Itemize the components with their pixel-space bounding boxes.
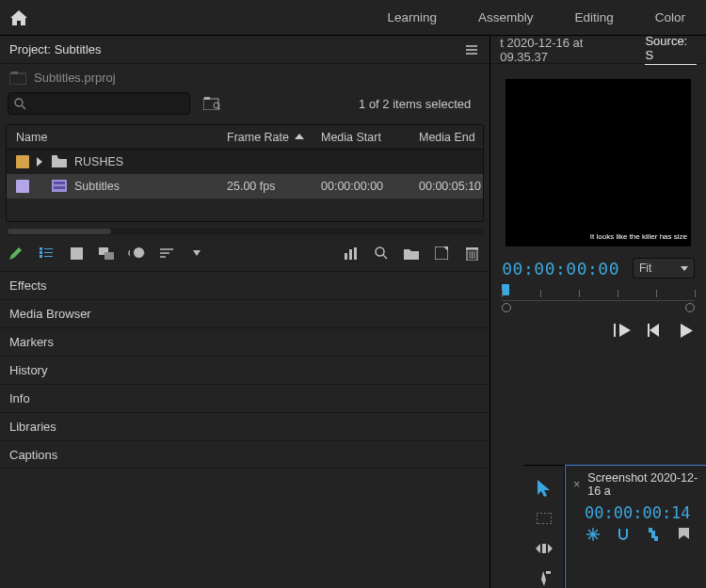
stacked-panels: Effects Media Browser Markers History In… — [0, 271, 489, 469]
workspace-tab-editing[interactable]: Editing — [554, 0, 634, 36]
panel-tab-markers[interactable]: Markers — [0, 327, 489, 356]
project-bin-table: Name Frame Rate Media Start Media End RU… — [6, 124, 484, 222]
panel-tab-libraries[interactable]: Libraries — [0, 412, 489, 440]
selection-count: 1 of 2 items selected — [359, 97, 482, 111]
svg-point-2 — [15, 99, 23, 106]
panel-tab-info[interactable]: Info — [0, 384, 489, 412]
new-bin-search-button[interactable] — [203, 95, 220, 112]
panel-tab-effects[interactable]: Effects — [0, 271, 489, 299]
col-media-end[interactable]: Media End — [409, 131, 483, 144]
ripple-edit-tool[interactable] — [534, 539, 554, 558]
play-icon — [681, 324, 693, 338]
table-row[interactable]: RUSHES — [7, 150, 483, 174]
svg-rect-9 — [52, 180, 67, 192]
new-item-button[interactable] — [433, 245, 450, 262]
list-icon — [40, 247, 53, 259]
home-icon — [10, 10, 27, 25]
label-chip — [16, 180, 29, 193]
new-bin-button[interactable] — [403, 245, 420, 262]
source-range-bar[interactable] — [502, 303, 695, 314]
trash-icon — [466, 246, 478, 261]
sort-button[interactable] — [158, 245, 175, 262]
source-clip-tab[interactable]: t 2020-12-16 at 09.35.37 — [500, 36, 628, 64]
timeline-tool-palette — [523, 465, 565, 588]
go-to-in-button[interactable] — [614, 322, 631, 339]
snap-button[interactable] — [615, 526, 632, 543]
source-monitor-viewport[interactable]: It looks like the killer has size — [505, 79, 691, 246]
folder-icon — [404, 247, 419, 260]
panel-tab-history[interactable]: History — [0, 356, 489, 384]
timeline-timecode[interactable]: 00:00:00:14 — [585, 503, 698, 522]
svg-rect-23 — [349, 249, 352, 260]
timeline-main: × Screenshot 2020-12-16 a 00:00:00:14 — [565, 465, 706, 588]
marker-button[interactable] — [675, 526, 692, 543]
bin-search-icon — [203, 97, 220, 110]
project-panel-title: Project: Subtitles — [9, 42, 102, 56]
razor-tool[interactable] — [534, 569, 554, 588]
razor-icon — [538, 571, 551, 586]
sort-menu-button[interactable] — [188, 245, 205, 262]
project-search-input[interactable] — [8, 92, 190, 115]
icon-view-button[interactable] — [68, 245, 85, 262]
panel-tab-captions[interactable]: Captions — [0, 440, 489, 469]
play-button[interactable] — [678, 322, 695, 339]
source-time-ruler[interactable] — [502, 286, 695, 301]
project-file-icon — [9, 72, 26, 85]
svg-rect-8 — [52, 155, 57, 158]
bars-icon — [345, 247, 358, 260]
selection-tool[interactable] — [534, 479, 554, 498]
horizontal-scrollbar[interactable] — [6, 228, 484, 235]
track-select-tool[interactable] — [534, 509, 554, 528]
timeline-sequence-tab[interactable]: × Screenshot 2020-12-16 a — [573, 471, 698, 498]
col-frame-rate[interactable]: Frame Rate — [217, 131, 312, 144]
source-timecode[interactable]: 00:00:00:00 — [502, 259, 619, 278]
panel-tab-media-browser[interactable]: Media Browser — [0, 299, 489, 327]
row-name: RUSHES — [74, 155, 123, 168]
linked-selection-button[interactable] — [645, 526, 662, 543]
caption-overlay: It looks like the killer has size — [590, 232, 687, 241]
chevron-right-icon[interactable] — [37, 157, 44, 167]
source-panel-tab[interactable]: Source: S — [645, 34, 697, 65]
delete-button[interactable] — [463, 245, 480, 262]
sequence-icon — [52, 180, 67, 193]
col-media-start[interactable]: Media Start — [312, 131, 409, 144]
table-row[interactable]: Subtitles 25.00 fps 00:00:00:00 00:00:05… — [7, 174, 483, 199]
insert-mode-button[interactable] — [585, 526, 602, 543]
new-item-icon — [435, 246, 448, 260]
panel-menu-button[interactable] — [463, 41, 480, 58]
workspace-tab-assembly[interactable]: Assembly — [457, 0, 554, 36]
close-tab-button[interactable]: × — [573, 478, 580, 491]
svg-rect-11 — [54, 186, 65, 189]
svg-rect-29 — [466, 247, 478, 249]
workspace-tab-color[interactable]: Color — [634, 0, 706, 36]
sequence-tab-label: Screenshot 2020-12-16 a — [587, 471, 698, 498]
step-back-icon — [648, 324, 661, 337]
project-toolbar — [0, 235, 489, 271]
go-in-icon — [614, 324, 631, 337]
svg-point-25 — [376, 247, 384, 256]
zoom-fit-select[interactable]: Fit — [633, 258, 695, 278]
freeform-view-button[interactable] — [98, 245, 115, 262]
col-name[interactable]: Name — [7, 131, 217, 144]
project-panel-header: Project: Subtitles — [0, 36, 489, 64]
zoom-slider[interactable] — [128, 245, 145, 262]
step-back-button[interactable] — [646, 322, 663, 339]
svg-point-21 — [129, 249, 130, 257]
svg-rect-13 — [40, 251, 42, 254]
write-mode-button[interactable] — [8, 245, 24, 262]
find-button[interactable] — [373, 245, 390, 262]
circle-icon — [128, 248, 130, 258]
arrow-cursor-icon — [538, 480, 551, 497]
hamburger-icon — [466, 45, 477, 55]
snowflake-icon — [586, 528, 600, 541]
svg-rect-33 — [537, 513, 552, 524]
app-topbar: Learning Assembly Editing Color — [0, 0, 706, 36]
playhead[interactable] — [502, 284, 509, 295]
list-view-button[interactable] — [38, 245, 55, 262]
workspace-tab-learning[interactable]: Learning — [366, 0, 457, 36]
search-icon — [14, 98, 26, 110]
home-button[interactable] — [0, 0, 38, 36]
pencil-icon — [9, 246, 23, 260]
svg-rect-14 — [40, 255, 42, 258]
automate-to-seq-button[interactable] — [343, 245, 360, 262]
